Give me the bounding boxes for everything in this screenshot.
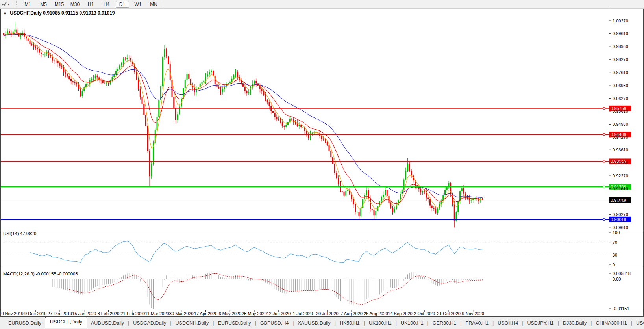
symbol-tab-CHINA300-H1[interactable]: CHINA300,H1: [592, 319, 631, 327]
svg-text:25 May 2020: 25 May 2020: [242, 311, 267, 316]
svg-text:1.00270: 1.00270: [613, 19, 628, 23]
svg-text:30 Mar 2020: 30 Mar 2020: [169, 311, 194, 316]
candlestick-series: [3, 22, 483, 227]
symbol-tab-UK100-H1[interactable]: UK100,H1: [397, 319, 427, 327]
timeframe-button-M1[interactable]: M1: [21, 1, 35, 8]
symbol-tab-FRA40-H1[interactable]: FRA40,H1: [462, 319, 492, 327]
svg-text:0.90950: 0.90950: [613, 199, 628, 204]
svg-text:2 Oct 2020: 2 Oct 2020: [414, 311, 435, 316]
svg-text:3 Feb 2020: 3 Feb 2020: [98, 311, 120, 316]
symbol-tab-EURUSD-Daily[interactable]: EURUSD,Daily: [215, 319, 255, 327]
svg-text:0.98270: 0.98270: [613, 57, 628, 62]
svg-text:0.95610: 0.95610: [613, 109, 628, 113]
timeframe-button-M30[interactable]: M30: [68, 1, 82, 8]
date-axis[interactable]: 20 Nov 20199 Dec 201927 Dec 201915 Jan 2…: [0, 310, 484, 316]
symbol-tab-USOil-H4[interactable]: USOil,H4: [494, 319, 522, 327]
rsi-line: [30, 241, 483, 262]
svg-text:17 Apr 2020: 17 Apr 2020: [194, 311, 217, 316]
chart-canvas[interactable]: 0.957560.944060.930160.917060.900180.910…: [0, 0, 644, 317]
chart-title: ▼ USDCHF,Daily 0.91085 0.91115 0.91013 0…: [3, 10, 115, 16]
ma-line-medium: [4, 33, 483, 204]
svg-text:0.90270: 0.90270: [613, 212, 628, 217]
ohlc-values: 0.91085 0.91115 0.91013 0.91019: [43, 10, 115, 16]
svg-text:0.91610: 0.91610: [613, 186, 628, 191]
svg-text:21 Feb 2020: 21 Feb 2020: [120, 311, 145, 316]
symbol-tab-USOil-H1[interactable]: USOil,H1: [633, 319, 644, 327]
svg-text:15 Jan 2020: 15 Jan 2020: [72, 311, 96, 316]
svg-text:0.92270: 0.92270: [613, 173, 628, 178]
symbol-tab-USDCNH-Daily[interactable]: USDCNH,Daily: [172, 319, 213, 327]
svg-text:26 Aug 2020: 26 Aug 2020: [364, 311, 388, 316]
macd-panel: 0.0058180.00-0.01151: [52, 271, 631, 311]
symbol-tab-GBPUSD-H4[interactable]: GBPUSD,H4: [257, 319, 292, 327]
line-price-badge: 0.90018: [611, 217, 626, 222]
timeframe-button-H1[interactable]: H1: [84, 1, 98, 8]
chart-window-border: [1, 9, 644, 317]
timeframe-button-M5[interactable]: M5: [37, 1, 50, 8]
symbol-tab-USDCHF-Daily[interactable]: USDCHF,Daily: [45, 317, 87, 328]
chart-objects-icon[interactable]: [1, 1, 7, 7]
timeframe-button-W1[interactable]: W1: [131, 1, 145, 8]
symbol-tab-HK50-H1[interactable]: HK50,H1: [336, 319, 363, 327]
svg-text:9 Dec 2019: 9 Dec 2019: [24, 311, 46, 316]
resistance-line[interactable]: 0.95756: [1, 106, 631, 111]
svg-text:0.97610: 0.97610: [613, 70, 628, 75]
symbol-tab-USDJPY-H1[interactable]: USDJPY,H1: [524, 319, 557, 327]
svg-text:0.94930: 0.94930: [613, 122, 628, 126]
svg-text:20 Jul 2020: 20 Jul 2020: [316, 311, 339, 316]
symbol-tab-UK100-H1[interactable]: UK100,H1: [365, 319, 395, 327]
svg-text:0.93610: 0.93610: [613, 147, 628, 152]
ma-line-slow: [4, 34, 483, 197]
svg-text:0.89610: 0.89610: [613, 225, 628, 230]
pivot-line[interactable]: 0.91706: [1, 184, 631, 190]
toolbar-grip[interactable]: [16, 1, 18, 7]
ma-line-fast: [4, 32, 483, 209]
svg-text:21 Oct 2020: 21 Oct 2020: [437, 311, 461, 316]
svg-text:100: 100: [613, 230, 620, 235]
symbol-tab-USDCAD-Daily[interactable]: USDCAD,Daily: [130, 319, 170, 327]
resistance-line[interactable]: 0.93016: [1, 158, 631, 164]
svg-text:7 Aug 2020: 7 Aug 2020: [341, 311, 363, 316]
symbol-tab-XAUUSD-Daily[interactable]: XAUUSD,Daily: [294, 319, 334, 327]
svg-text:0.92950: 0.92950: [613, 160, 628, 165]
svg-text:70: 70: [613, 240, 617, 245]
rsi-panel: 10070300: [3, 230, 620, 267]
symbol-tab-DJ30-Daily[interactable]: DJ30,Daily: [559, 319, 590, 327]
symbol-period-label: USDCHF,Daily: [10, 10, 42, 16]
symbol-tab-AUDUSD-Daily[interactable]: AUDUSD,Daily: [87, 319, 128, 327]
timeframe-button-H4[interactable]: H4: [100, 1, 113, 8]
svg-text:0.96270: 0.96270: [613, 96, 628, 101]
svg-text:27 Dec 2019: 27 Dec 2019: [48, 311, 72, 316]
svg-text:0.99610: 0.99610: [613, 31, 628, 36]
macd-signal-line: [67, 273, 483, 305]
svg-text:20 Nov 2019: 20 Nov 2019: [0, 311, 24, 316]
rsi-indicator-label: RSI(14) 47.9820: [3, 231, 36, 236]
svg-text:0.96930: 0.96930: [613, 83, 628, 88]
svg-text:6 May 2020: 6 May 2020: [219, 311, 241, 316]
symbol-tab-EURUSD-Daily[interactable]: EURUSD,Daily: [5, 319, 45, 327]
svg-text:1 Jul 2020: 1 Jul 2020: [293, 311, 313, 316]
svg-text:14 Sep 2020: 14 Sep 2020: [388, 311, 412, 316]
timeframe-button-D1[interactable]: D1: [116, 1, 129, 8]
svg-text:0.00: 0.00: [613, 277, 621, 281]
timeframe-button-M15[interactable]: M15: [53, 1, 66, 8]
collapse-triangle-icon[interactable]: ▼: [3, 11, 7, 15]
symbol-tabbar: EURUSD,DailyUSDCHF,DailyAUDUSD,Daily|USD…: [0, 317, 644, 329]
svg-text:0.94270: 0.94270: [613, 135, 628, 139]
mt4-terminal: ▾ M1M5M15M30H1H4D1W1MN ▼ USDCHF,Daily 0.…: [0, 0, 644, 329]
svg-text:9 Nov 2020: 9 Nov 2020: [462, 311, 484, 316]
svg-text:11 Mar 2020: 11 Mar 2020: [145, 311, 169, 316]
svg-text:12 Jun 2020: 12 Jun 2020: [266, 311, 291, 316]
dropdown-caret-icon[interactable]: ▾: [8, 2, 10, 6]
toolbar-separator: [163, 1, 163, 8]
timeframe-toolbar: ▾ M1M5M15M30H1H4D1W1MN: [0, 0, 644, 9]
macd-indicator-label: MACD(12,26,9) -0.000155 -0.000003: [3, 271, 78, 276]
svg-text:30: 30: [613, 253, 617, 257]
symbol-tab-GER30-H1[interactable]: GER30,H1: [429, 319, 460, 327]
timeframe-buttons: M1M5M15M30H1H4D1W1MN: [20, 0, 162, 8]
toolbar-separator: [13, 1, 13, 8]
svg-text:0.005818: 0.005818: [613, 271, 631, 276]
support-line[interactable]: 0.90018: [1, 217, 631, 222]
svg-text:0.98950: 0.98950: [613, 44, 628, 49]
timeframe-button-MN[interactable]: MN: [147, 1, 161, 8]
